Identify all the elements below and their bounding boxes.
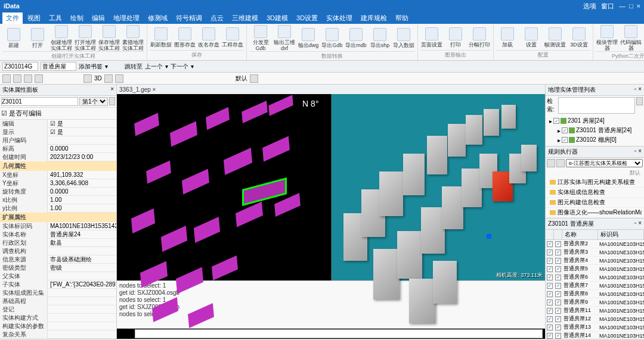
menu-6[interactable]: 修测域 (144, 13, 171, 24)
tool-icon[interactable] (13, 74, 21, 83)
prop-row[interactable]: 构建实体的参数 (0, 322, 116, 330)
table-row[interactable]: ✓✓普通房屋13MA1001NE103H1535... (546, 323, 644, 332)
rule-stop-icon[interactable] (556, 159, 565, 167)
tree-item[interactable]: ▸ ✓ 2301 房屋[24] (548, 116, 642, 126)
ribbon-导出shp[interactable]: 导出shp (369, 25, 391, 51)
ribbon-改名存盘[interactable]: 改名存盘 (197, 25, 220, 50)
menu-5[interactable]: 地理处理 (110, 13, 143, 24)
ribbon-工程存盘[interactable]: 工程存盘 (221, 25, 244, 50)
prop-row[interactable]: 子实体['FW_A':'{3C2043E0-2897-... (0, 280, 116, 289)
menu-10[interactable]: 3D建模 (263, 13, 292, 24)
prop-row[interactable]: 实体名称普通房屋24 (0, 230, 116, 239)
prop-row[interactable]: 信息来源市县级基础测绘 (0, 255, 116, 264)
entity-table[interactable]: ✓✓普通房屋2MA1001NE103H1535...✓✓普通房屋3MA1001N… (546, 240, 644, 340)
prop-row[interactable]: X坐标491,109.332 (0, 171, 116, 179)
table-row[interactable]: ✓✓普通房屋12MA1001NE103H1535... (546, 315, 644, 323)
menu-13[interactable]: 建库规检 (357, 13, 391, 24)
rule-item[interactable]: 江苏实体与图元构建关系核查 (546, 177, 644, 188)
bookmark-dropdown[interactable]: 添加书签 (79, 63, 103, 71)
rule-run-icon[interactable] (547, 159, 555, 167)
ribbon-导出Gdb[interactable]: 导出Gdb (321, 25, 343, 51)
view-tab[interactable]: 3363_1.gep × (119, 86, 156, 93)
menu-8[interactable]: 点云 (207, 13, 227, 24)
editable-checkbox[interactable]: ☑ 是否可编辑 (1, 109, 42, 118)
ribbon-创建地理实体工程[interactable]: 创建地理实体工程 (50, 25, 73, 51)
maximize-icon[interactable]: □ (629, 2, 633, 10)
minimize-icon[interactable]: — (619, 2, 626, 10)
entity-name-input[interactable] (41, 62, 76, 71)
entity-type-combo[interactable] (1, 97, 78, 106)
menu-12[interactable]: 实体处理 (323, 13, 356, 24)
prop-row[interactable]: Y坐标3,306,646.908 (0, 179, 116, 188)
prop-row[interactable]: 父实体 (0, 272, 116, 280)
menu-1[interactable]: 视图 (24, 13, 44, 24)
table-row[interactable]: ✓✓普通房屋7MA1001NE103H1535... (546, 282, 644, 290)
ribbon-导出mdb[interactable]: 导出mdb (345, 25, 367, 51)
table-row[interactable]: ✓✓普通房屋14MA1001NE103H1535... (546, 332, 644, 340)
prop-row[interactable]: 登记 (0, 305, 116, 314)
ribbon-页面设置[interactable]: 页面设置 (420, 25, 443, 50)
tree-item[interactable]: ▸ ✓ Z30102 棚房[0] (548, 135, 642, 145)
ribbon-分幅打印[interactable]: 分幅打印 (468, 25, 491, 50)
panel-pin-icon[interactable]: ▫ × (634, 86, 642, 94)
options-link[interactable]: 选项 (583, 2, 596, 11)
ribbon-保存地理实体工程[interactable]: 保存地理实体工程 (98, 25, 120, 51)
close-icon[interactable]: × (637, 2, 640, 10)
ribbon-图形存盘[interactable]: 图形存盘 (174, 25, 196, 50)
tool-icon[interactable] (250, 74, 258, 83)
ribbon-加载[interactable]: 加载 (496, 25, 519, 50)
prop-row[interactable]: 旋转角度0.0000 (0, 188, 116, 196)
ribbon-刷新数据[interactable]: 刷新数据 (150, 25, 172, 50)
ribbon-输出三维dxf[interactable]: 输出三维dxf (273, 25, 296, 51)
2d-viewport[interactable]: N 8° (117, 94, 331, 280)
menu-3[interactable]: 绘制 (67, 13, 87, 24)
prop-row[interactable]: 用户编码 (0, 136, 116, 145)
prop-row[interactable]: 复杂关系 (0, 330, 116, 339)
menu-0[interactable]: 文件 (2, 13, 23, 24)
table-row[interactable]: ✓✓普通房屋9MA1001NE103H1535... (546, 298, 644, 307)
ribbon-设置[interactable]: 设置 (520, 25, 543, 50)
tree-item[interactable]: ▸ ✓ Z30101 普通房屋[24] (548, 126, 642, 135)
mode-default-button[interactable]: 默认 (236, 74, 247, 83)
rule-combo[interactable]: e-江苏图元实体关系核检 (566, 159, 643, 167)
ribbon-帧测设置[interactable]: 帧测设置 (544, 25, 566, 50)
menu-9[interactable]: 三维建模 (228, 13, 262, 24)
search-icon[interactable] (636, 97, 643, 105)
prop-row[interactable]: y比例1.00 (0, 204, 116, 213)
tool-icon[interactable] (104, 74, 113, 83)
rule-item[interactable]: 图元构建信息检查 (546, 198, 644, 208)
mode-3d-label[interactable]: 3D (94, 75, 102, 82)
entity-index-combo[interactable]: 第1个 (79, 97, 108, 106)
prop-row[interactable]: 编辑☑ 是 (0, 120, 116, 128)
ribbon-素描地理实体工程[interactable]: 素描地理实体工程 (122, 25, 144, 51)
prop-row[interactable]: 基础高程 (0, 297, 116, 305)
window-link[interactable]: 窗口 (601, 2, 614, 11)
table-row[interactable]: ✓✓普通房屋2MA1001NE103H1535... (546, 240, 644, 248)
entity-tree[interactable]: ▸ ✓ 2301 房屋[24]▸ ✓ Z30101 普通房屋[24]▸ ✓ Z3… (546, 115, 644, 146)
ribbon-代码编辑器[interactable]: 代码编辑器 (620, 25, 642, 51)
panel-pin-icon[interactable]: ▫ × (634, 220, 642, 228)
next-button[interactable]: 下一个 (171, 63, 188, 71)
ribbon-输出dwg[interactable]: 输出dwg (297, 25, 320, 51)
table-row[interactable]: ✓✓普通房屋3MA1001NE103H1535... (546, 248, 644, 257)
ribbon-打开地理实体工程[interactable]: 打开地理实体工程 (74, 25, 97, 51)
prop-row[interactable]: 实体组成图元集 (0, 289, 116, 297)
table-row[interactable]: ✓✓普通房屋11MA1001NE103H1535... (546, 307, 644, 315)
prop-row[interactable]: 实体标识码MA1001NE103H15351422... (0, 222, 116, 230)
prop-row[interactable]: 行政区划歙县 (0, 239, 116, 247)
search-input[interactable] (558, 97, 635, 114)
prop-row[interactable]: 调查机构 (0, 247, 116, 255)
table-row[interactable]: ✓✓普通房屋6MA1001NE103H1535... (546, 273, 644, 282)
ribbon-打印[interactable]: 打印 (444, 25, 467, 50)
refresh-icon[interactable] (109, 97, 115, 105)
table-row[interactable]: ✓✓普通房屋5MA1001NE103H1535... (546, 265, 644, 273)
menu-7[interactable]: 符号精调 (172, 13, 206, 24)
rule-item[interactable]: 实体组成信息检查 (546, 188, 644, 198)
tool-icon[interactable] (83, 74, 92, 83)
menu-11[interactable]: 3D设置 (293, 13, 321, 24)
command-input[interactable] (135, 329, 543, 338)
ribbon-3D设置[interactable]: 3D设置 (568, 25, 590, 50)
panel-close-icon[interactable]: × (110, 86, 114, 94)
entity-code-input[interactable] (2, 62, 38, 71)
menu-2[interactable]: 工具 (45, 13, 66, 24)
